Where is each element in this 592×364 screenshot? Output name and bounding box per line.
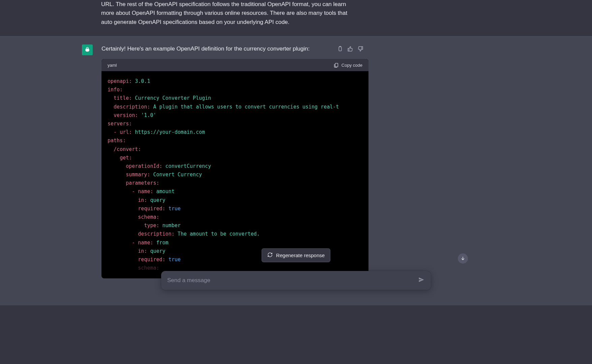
regenerate-label: Regenerate response [276, 252, 325, 258]
copy-code-label: Copy code [342, 63, 362, 68]
assistant-response-text: Certainly! Here's an example OpenAPI def… [101, 44, 368, 52]
copy-code-button[interactable]: Copy code [333, 62, 362, 68]
scroll-to-bottom-button[interactable] [458, 253, 468, 264]
message-input[interactable] [167, 277, 413, 284]
code-language-label: yaml [108, 63, 117, 68]
regenerate-response-button[interactable]: Regenerate response [262, 248, 330, 262]
svg-rect-1 [339, 47, 342, 51]
send-button[interactable] [418, 276, 425, 284]
previous-message-section: URL. The rest of the OpenAPI specificati… [0, 0, 592, 36]
thumbs-up-icon[interactable] [347, 46, 353, 53]
assistant-avatar [82, 44, 93, 55]
assistant-response-section: Certainly! Here's an example OpenAPI def… [0, 36, 592, 305]
clipboard-icon[interactable] [337, 46, 343, 53]
code-block: yaml Copy code openapi: 3.0.1 info: titl… [101, 59, 368, 278]
refresh-icon [267, 252, 273, 259]
message-input-container [161, 271, 431, 290]
code-header: yaml Copy code [101, 59, 368, 71]
code-body[interactable]: openapi: 3.0.1 info: title: Currency Con… [101, 71, 368, 278]
previous-message-text: URL. The rest of the OpenAPI specificati… [101, 0, 352, 27]
svg-rect-0 [335, 63, 338, 67]
thumbs-down-icon[interactable] [357, 46, 363, 53]
